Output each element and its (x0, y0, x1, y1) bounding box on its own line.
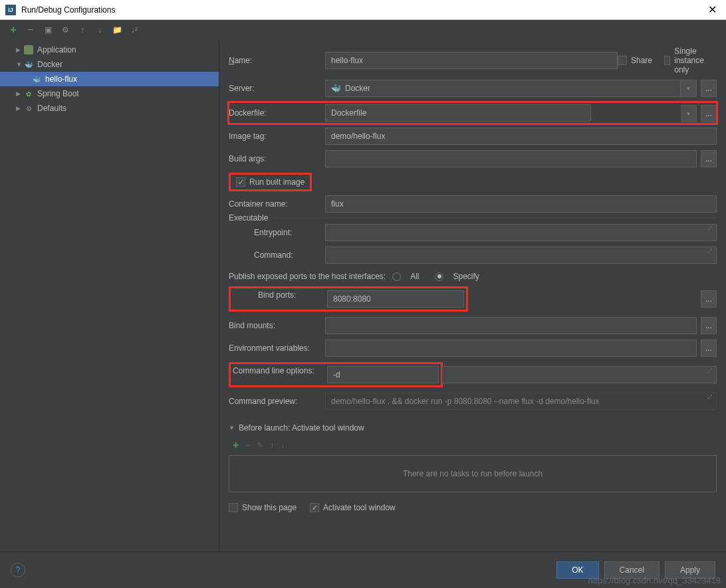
row-cmd-preview: Command preview: demo/hello-flux . && do… (229, 393, 717, 410)
dockerfile-dropdown[interactable]: ▼ (681, 105, 697, 122)
tree-label: Application (37, 45, 76, 54)
radio-all-label[interactable]: All (410, 272, 419, 281)
row-build-args: Build args: ... (229, 150, 717, 167)
show-page-label: Show this page (242, 503, 297, 512)
executable-fieldset: Executable Entrypoint: ⤢ Command: ⤢ (229, 218, 717, 264)
dockerfile-input[interactable] (325, 104, 591, 122)
radio-specify-label[interactable]: Specify (453, 272, 479, 281)
label-image-tag: Image tag: (229, 132, 325, 141)
checkbox-icon (310, 503, 319, 512)
gear-icon: ⚙ (24, 104, 33, 113)
edit-task-icon[interactable]: ✎ (257, 441, 263, 450)
watermark: https://blog.csdn.net/qq_33423418 (588, 575, 721, 585)
dropdown-icon[interactable]: ▼ (681, 80, 697, 97)
sort-icon[interactable]: ↓² (129, 25, 140, 35)
before-launch-toolbar: + − ✎ ↑ ↓ (229, 437, 717, 454)
radio-all[interactable] (392, 272, 401, 281)
chevron-right-icon: ▶ (16, 90, 23, 97)
row-container-name: Container name: (229, 195, 717, 213)
tree-application[interactable]: ▶ Application (0, 43, 219, 57)
server-select[interactable]: 🐳 Docker (325, 80, 681, 97)
remove-icon[interactable]: − (25, 25, 36, 35)
label-entrypoint: Entrypoint: (229, 228, 325, 237)
add-task-icon[interactable]: + (233, 439, 239, 451)
up-icon[interactable]: ↑ (77, 25, 88, 35)
sidebar-toolbar: + − ▣ ⚙ ↑ ↓ 📁 ↓² (0, 20, 726, 40)
tree-label: hello-flux (45, 74, 77, 84)
up-task-icon[interactable]: ↑ (270, 441, 274, 450)
chevron-right-icon: ▶ (16, 47, 23, 53)
row-publish-ports: Publish exposed ports to the host interf… (229, 272, 717, 281)
build-args-input[interactable] (325, 150, 697, 167)
row-image-tag: Image tag: (229, 128, 717, 145)
folder-icon[interactable]: 📁 (112, 25, 122, 35)
env-vars-input[interactable] (325, 340, 697, 357)
checkbox-icon (618, 56, 627, 65)
tree-spring-boot[interactable]: ▶ ✿ Spring Boot (0, 86, 219, 101)
build-args-more-button[interactable]: ... (701, 150, 717, 167)
tree-docker[interactable]: ▼ 🐳 Docker (0, 57, 219, 72)
entrypoint-input[interactable] (325, 224, 717, 241)
executable-legend: Executable (229, 213, 273, 223)
row-env-vars: Environment variables: ... (229, 340, 717, 357)
bind-ports-input[interactable] (327, 290, 464, 308)
tree-label: Docker (37, 60, 62, 69)
down-icon[interactable]: ↓ (94, 25, 105, 35)
label-cmd-preview: Command preview: (229, 397, 325, 406)
env-vars-more-button[interactable]: ... (701, 340, 717, 357)
share-label: Share (631, 56, 652, 65)
name-input[interactable] (325, 52, 618, 69)
label-server: Server: (229, 84, 325, 93)
drag-handle-icon[interactable]: ⋮⋮ (223, 296, 231, 302)
label-cmd-options: Command line options: (233, 366, 327, 383)
close-icon[interactable]: ✕ (704, 3, 721, 16)
spring-icon: ✿ (24, 89, 33, 98)
no-tasks-label: There are no tasks to run before launch (403, 469, 543, 478)
down-task-icon[interactable]: ↓ (281, 441, 285, 450)
label-publish-ports: Publish exposed ports to the host interf… (229, 272, 386, 281)
cmd-preview-value: demo/hello-flux . && docker run -p 8080:… (331, 397, 600, 406)
bind-mounts-more-button[interactable]: ... (701, 317, 717, 334)
container-name-input[interactable] (325, 195, 717, 213)
tree-defaults[interactable]: ▶ ⚙ Defaults (0, 101, 219, 116)
config-tree: ▶ Application ▼ 🐳 Docker 🐳 hello-flux ▶ … (0, 40, 219, 551)
checkbox-icon (664, 56, 670, 65)
main: ▶ Application ▼ 🐳 Docker 🐳 hello-flux ▶ … (0, 40, 726, 551)
command-input[interactable] (325, 246, 717, 264)
activate-tool-check[interactable]: Activate tool window (310, 503, 396, 512)
share-check[interactable]: Share (618, 56, 652, 65)
tree-hello-flux[interactable]: 🐳 hello-flux (0, 72, 219, 86)
checkbox-icon (229, 503, 238, 512)
tree-label: Defaults (37, 104, 66, 113)
label-dockerfile: Dockerfile: (229, 108, 325, 118)
cmd-options-input[interactable] (327, 366, 439, 383)
application-icon (24, 45, 33, 54)
server-more-button[interactable]: ... (701, 80, 717, 97)
run-built-check[interactable]: Run built image (231, 175, 310, 189)
before-launch-header[interactable]: ▼ Before launch: Activate tool window (229, 423, 717, 433)
app-icon: IJ (5, 5, 16, 15)
copy-icon[interactable]: ▣ (43, 25, 53, 35)
image-tag-input[interactable] (325, 128, 717, 145)
remove-task-icon[interactable]: − (245, 441, 250, 450)
label-command: Command: (229, 250, 325, 260)
settings-icon[interactable]: ⚙ (60, 25, 70, 35)
add-icon[interactable]: + (8, 25, 19, 35)
bind-ports-more-button[interactable]: ... (701, 290, 717, 308)
cmd-preview-field: demo/hello-flux . && docker run -p 8080:… (325, 393, 717, 410)
bind-mounts-input[interactable] (325, 317, 697, 334)
cmd-options-ext[interactable] (442, 366, 717, 383)
row-bind-ports: ⋮⋮ Bind ports: ... (229, 286, 717, 312)
window-title: Run/Debug Configurations (21, 5, 115, 15)
dockerfile-more-button[interactable]: ... (701, 105, 717, 122)
tree-label: Spring Boot (37, 89, 79, 98)
label-env-vars: Environment variables: (229, 343, 325, 353)
checkbox-icon (236, 177, 245, 187)
radio-specify[interactable] (435, 272, 443, 281)
show-page-check[interactable]: Show this page (229, 503, 297, 512)
server-value: Docker (345, 84, 370, 93)
row-entrypoint: Entrypoint: ⤢ (229, 224, 717, 241)
single-instance-check[interactable]: Single instance only (664, 47, 717, 74)
help-icon[interactable]: ? (11, 563, 25, 577)
activate-tool-label: Activate tool window (323, 503, 396, 512)
